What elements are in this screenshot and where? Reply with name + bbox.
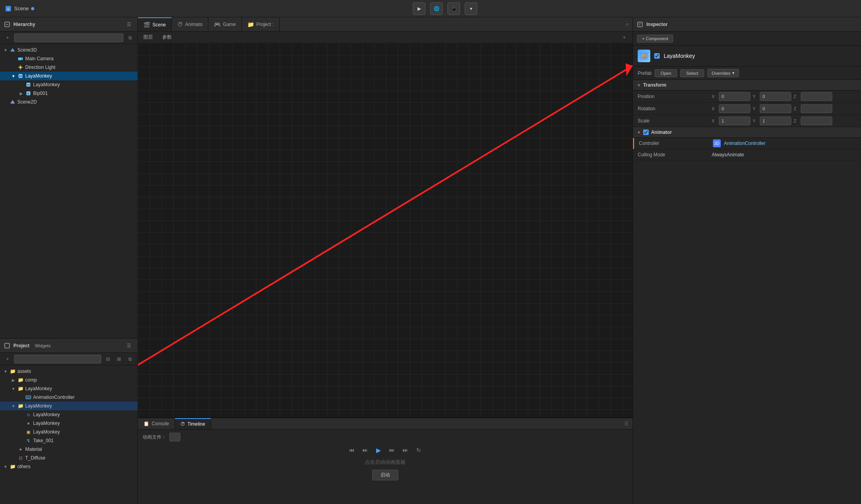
- add-component-button[interactable]: + Component: [637, 35, 673, 43]
- arrow-directionlight: [11, 65, 16, 70]
- animator-enabled-checkbox[interactable]: [643, 130, 649, 135]
- inspector-title: Inspector: [646, 22, 668, 27]
- tree-item-layamonkey-root[interactable]: ▼ M LayaMonkey: [0, 72, 137, 80]
- rotation-x-group: X: [712, 104, 750, 113]
- hierarchy-search[interactable]: [14, 33, 123, 42]
- anim-file-label: 动画文件：: [143, 434, 166, 441]
- hierarchy-hamburger[interactable]: ☰: [124, 20, 134, 29]
- transport-start[interactable]: ⏮: [347, 445, 356, 455]
- add-sub-tab-button[interactable]: +: [620, 33, 629, 42]
- rotation-x-input[interactable]: [719, 104, 750, 113]
- transport-play[interactable]: ▶: [374, 445, 383, 455]
- console-timeline-tabbar: 📋 Console ⏱ Timeline ☰: [138, 418, 633, 430]
- sub-tab-params[interactable]: 参数: [161, 34, 173, 41]
- scale-y-label: Y: [753, 119, 758, 123]
- open-button[interactable]: Open: [655, 69, 677, 77]
- timeline-more[interactable]: ☰: [620, 418, 633, 429]
- add-hierarchy-button[interactable]: +: [3, 33, 12, 42]
- svg-marker-6: [22, 57, 23, 60]
- filter-button[interactable]: ⊟: [104, 355, 112, 363]
- left-panel: Hierarchy ☰ + ⧉ ▼ Scene3D: [0, 17, 138, 504]
- tab-project[interactable]: 📁 Project :: [242, 17, 280, 31]
- animator-tab-label: Animato: [185, 22, 202, 27]
- project-hamburger[interactable]: ☰: [124, 341, 134, 350]
- tree-item-maincamera[interactable]: Main Camera: [0, 54, 137, 63]
- transport-end[interactable]: ⏭: [401, 445, 410, 455]
- rotation-z-input[interactable]: [801, 104, 832, 113]
- sub-tab-layers[interactable]: 图层: [142, 34, 154, 41]
- columns-button[interactable]: ⊞: [115, 355, 123, 363]
- label-comp: comp: [25, 377, 37, 383]
- position-values: X Y Z: [712, 92, 856, 101]
- project-panel: Project Widgets ☰ + ⊟ ⊞ ⧉ ▼ 📁 assets: [0, 339, 137, 504]
- widgets-tab-label[interactable]: Widgets: [35, 343, 51, 348]
- transform-section-header[interactable]: ▼ Transform: [633, 80, 861, 91]
- scale-x-input[interactable]: [719, 117, 750, 125]
- rotation-values: X Y Z: [712, 104, 856, 113]
- hierarchy-copy-button[interactable]: ⧉: [126, 33, 134, 42]
- arrow-scene3d: ▼: [3, 48, 8, 52]
- globe-button[interactable]: 🌐: [430, 2, 443, 15]
- label-scene3d: Scene3D: [17, 47, 37, 53]
- tree-item-bip001[interactable]: ▶ B Bip001: [0, 89, 137, 98]
- tab-more[interactable]: ≡: [622, 17, 633, 31]
- tree-item-animcontroller[interactable]: 3D AnimationController: [0, 393, 137, 402]
- tree-item-directionlight[interactable]: Direction Light: [0, 63, 137, 72]
- start-button[interactable]: 启动: [372, 470, 398, 480]
- arrow-layamonkey-mesh3: [19, 430, 24, 434]
- add-project-button[interactable]: +: [3, 355, 12, 363]
- object-enabled-checkbox[interactable]: [654, 53, 660, 59]
- position-z-input[interactable]: [801, 92, 832, 101]
- rotation-y-input[interactable]: [760, 104, 791, 113]
- tab-console[interactable]: 📋 Console: [138, 418, 175, 429]
- center-panel: 🎬 Scene ⏱ Animato 🎮 Game 📁 Project : ≡ 图…: [138, 17, 633, 504]
- hierarchy-toolbar: + ⧉: [0, 32, 137, 44]
- scale-y-input[interactable]: [760, 117, 791, 125]
- select-button[interactable]: Select: [680, 69, 704, 77]
- scale-z-input[interactable]: [801, 117, 832, 125]
- tree-item-layamonkey-folder[interactable]: ▼ 📁 LayaMonkey: [0, 384, 137, 393]
- tree-item-take001[interactable]: ↯ Take_001: [0, 436, 137, 445]
- mobile-button[interactable]: 📱: [447, 2, 460, 15]
- transport-loop[interactable]: ↻: [414, 445, 423, 455]
- tree-item-material[interactable]: ● Material: [0, 445, 137, 454]
- scale-values: X Y Z: [712, 117, 856, 125]
- position-y-input[interactable]: [760, 92, 791, 101]
- scene-view: [138, 43, 633, 417]
- transport-prev[interactable]: ⏭: [360, 445, 370, 455]
- svg-rect-5: [18, 57, 22, 60]
- sub-tab-bar: 图层 参数 +: [138, 32, 633, 43]
- position-x-input[interactable]: [719, 92, 750, 101]
- tree-item-layamonkey-asset[interactable]: ▼ 📁 LayaMonkey: [0, 402, 137, 410]
- tab-animator[interactable]: ⏱ Animato: [172, 17, 208, 31]
- tab-timeline[interactable]: ⏱ Timeline: [175, 418, 211, 429]
- tree-item-others[interactable]: ▼ 📁 others: [0, 462, 137, 471]
- project-tree: ▼ 📁 assets ▶ 📁 comp ▼ 📁 LayaMonkey: [0, 365, 137, 504]
- tree-item-layamonkey-mesh2[interactable]: ● LayaMonkey: [0, 419, 137, 428]
- overrides-button[interactable]: Overrides ▾: [707, 69, 739, 77]
- rotation-z-group: Z: [794, 104, 832, 113]
- scene-icon: S: [5, 5, 12, 12]
- play-button[interactable]: ▶: [413, 2, 425, 15]
- tree-item-comp[interactable]: ▶ 📁 comp: [0, 376, 137, 384]
- transport-next[interactable]: ⏭: [387, 445, 397, 455]
- top-bar: S Scene ▶ 🌐 📱 ▾: [0, 0, 861, 17]
- arrow-layamonkey-mesh2: [19, 421, 24, 426]
- tab-game[interactable]: 🎮 Game: [208, 17, 242, 31]
- animator-section-header[interactable]: ▼ Animator: [633, 127, 861, 138]
- save-project-button[interactable]: ⧉: [126, 355, 134, 363]
- tree-item-layamonkey-mesh1[interactable]: ⊙ LayaMonkey: [0, 410, 137, 419]
- tree-item-assets[interactable]: ▼ 📁 assets: [0, 367, 137, 376]
- bottom-center-panel: 📋 Console ⏱ Timeline ☰ 动画文件： ⏮: [138, 417, 633, 504]
- tree-item-tdiffuse[interactable]: ⊡ T_Diffuse: [0, 454, 137, 462]
- anim-file-dropdown[interactable]: [169, 433, 180, 441]
- tree-item-scene2d[interactable]: Scene2D: [0, 98, 137, 106]
- tree-item-scene3d[interactable]: ▼ Scene3D: [0, 46, 137, 54]
- project-search[interactable]: [14, 355, 101, 363]
- tree-item-layamonkey-child[interactable]: M LayaMonkey: [0, 80, 137, 89]
- tab-scene[interactable]: 🎬 Scene: [138, 17, 172, 31]
- tree-item-layamonkey-mesh3[interactable]: ▣ LayaMonkey: [0, 428, 137, 436]
- more-button[interactable]: ▾: [465, 2, 477, 15]
- position-y-group: Y: [753, 92, 791, 101]
- prefab-row: Prefab Open Select Overrides ▾: [633, 67, 861, 80]
